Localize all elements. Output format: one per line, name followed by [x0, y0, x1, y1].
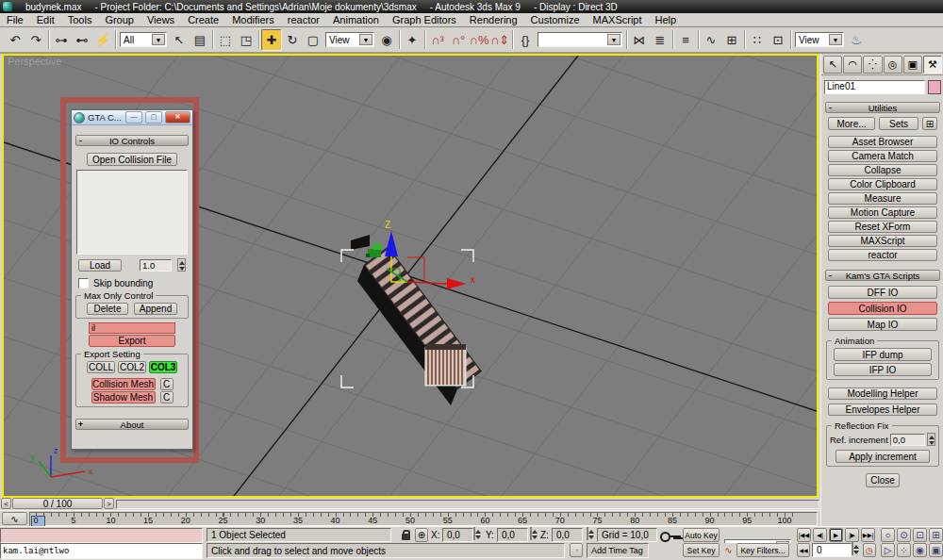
field-of-view-icon[interactable]: ▷	[881, 543, 895, 557]
minimize-button[interactable]: —	[125, 111, 142, 124]
dropdown-arrow-icon[interactable]: ▼	[607, 34, 620, 45]
pan-icon[interactable]: ⁘	[897, 543, 911, 557]
menu-animation[interactable]: Animation	[326, 14, 386, 26]
menu-rendering[interactable]: Rendering	[463, 14, 524, 26]
menu-modifiers[interactable]: Modifiers	[225, 14, 281, 26]
load-scale-field[interactable]: 1.0	[140, 259, 172, 272]
menu-views[interactable]: Views	[141, 14, 181, 26]
z-coordinate-field[interactable]: 0,0	[552, 528, 583, 542]
open-collision-file-button[interactable]: Open Collision File	[87, 153, 177, 166]
time-slider-track[interactable]	[116, 500, 819, 509]
mirror-icon[interactable]: ⋈	[629, 29, 650, 51]
menu-create[interactable]: Create	[181, 14, 225, 26]
bind-to-space-warp-icon[interactable]: ⚡	[92, 29, 113, 51]
maximize-button[interactable]: ▢	[145, 111, 162, 124]
select-and-manipulate-icon[interactable]: ✦	[402, 29, 422, 51]
select-object-icon[interactable]: ↖	[169, 29, 190, 51]
set-key-button[interactable]: Set Key	[683, 543, 720, 557]
kam-gta-scripts-rollout[interactable]: - Kam's GTA Scripts	[825, 270, 940, 281]
shadow-mesh-button[interactable]: Shadow Mesh	[91, 391, 156, 404]
select-by-name-icon[interactable]: ▤	[190, 29, 210, 51]
collision-c-button[interactable]: C	[160, 378, 174, 390]
dialog-title-bar[interactable]: GTA C... — ▢ ✕	[72, 110, 192, 125]
angle-snap-toggle-icon[interactable]: ∩°	[448, 29, 469, 51]
io-controls-rollout[interactable]: - IO Controls	[75, 135, 189, 146]
set-key-curve-icon[interactable]: ∿	[722, 543, 735, 557]
utility-reactor-button[interactable]: reactor	[828, 249, 937, 261]
edit-named-selection-sets-icon[interactable]: {}	[515, 29, 536, 51]
key-mode-toggle-button[interactable]: ◀◀	[797, 543, 810, 557]
layer-manager-icon[interactable]: ≡	[675, 29, 696, 51]
close-dialog-button[interactable]: ✕	[165, 111, 190, 124]
track-bar-ruler[interactable]: 0510152025303540455055606570758085909510…	[29, 512, 818, 526]
load-scale-spinner[interactable]	[177, 258, 186, 272]
utility-asset-browser-button[interactable]: Asset Browser	[828, 136, 937, 148]
add-time-tag[interactable]: Add Time Tag	[587, 543, 649, 558]
ref-increment-spinner[interactable]	[927, 433, 935, 446]
utilities-rollout[interactable]: - Utilities	[825, 102, 940, 113]
go-to-end-icon[interactable]: ▶▶|	[861, 528, 875, 542]
utilities-tab-icon[interactable]: ⚒	[923, 56, 942, 74]
utility-camera-match-button[interactable]: Camera Match	[828, 150, 937, 162]
zoom-icon[interactable]: ○	[881, 528, 895, 542]
panel-close-button[interactable]: Close	[866, 473, 900, 487]
object-color-swatch[interactable]	[928, 80, 941, 94]
dropdown-arrow-icon[interactable]: ▼	[152, 34, 165, 45]
utility-collapse-button[interactable]: Collapse	[828, 164, 937, 176]
rectangular-selection-region-icon[interactable]: ⬚	[215, 29, 236, 51]
map-io-button[interactable]: Map IO	[828, 318, 937, 331]
time-slider-handle[interactable]: 0 / 100	[12, 498, 103, 509]
window-crossing-icon[interactable]: ◳	[236, 29, 256, 51]
schematic-view-icon[interactable]: ⊞	[721, 29, 742, 51]
unlink-selection-icon[interactable]: ⊷	[72, 29, 92, 51]
col2-button[interactable]: COL2	[118, 361, 146, 373]
zoom-all-icon[interactable]: ⊙	[897, 528, 911, 542]
current-frame-field[interactable]: 0	[812, 543, 852, 557]
use-pivot-point-center-icon[interactable]: ◉	[376, 29, 397, 51]
previous-frame-icon[interactable]: ◀|	[813, 528, 827, 542]
more-button[interactable]: More...	[828, 117, 875, 130]
select-and-move-icon[interactable]: ✚	[261, 29, 282, 51]
shadow-c-button[interactable]: C	[160, 391, 174, 404]
utilities-config-icon[interactable]: ⊞	[922, 117, 937, 130]
utility-color-clipboard-button[interactable]: Color Clipboard	[828, 178, 937, 190]
key-filters-button[interactable]: Key Filters...	[736, 543, 789, 557]
menu-group[interactable]: Group	[98, 14, 141, 26]
quick-render-icon[interactable]: ♨	[846, 29, 867, 51]
select-and-rotate-icon[interactable]: ↻	[282, 29, 303, 51]
utility-reset-xform-button[interactable]: Reset XForm	[828, 221, 937, 233]
ifp-io-button[interactable]: IFP IO	[834, 363, 932, 376]
sets-button[interactable]: Sets	[879, 117, 918, 130]
utility-maxscript-button[interactable]: MAXScript	[828, 235, 937, 247]
dropdown-arrow-icon[interactable]: ▼	[359, 34, 372, 45]
menu-graph-editors[interactable]: Graph Editors	[386, 14, 463, 26]
skip-bounding-checkbox[interactable]	[78, 278, 89, 288]
collision-mesh-button[interactable]: Collision Mesh	[91, 378, 156, 390]
go-to-start-icon[interactable]: |◀◀	[797, 528, 811, 542]
render-setup-icon[interactable]: ⊡	[768, 29, 788, 51]
about-rollout[interactable]: + About	[75, 419, 189, 430]
collision-list-box[interactable]	[76, 170, 188, 255]
time-configuration-button[interactable]: ◷	[863, 543, 876, 557]
maxscript-mini-listener[interactable]: kam.lai@ntlwo	[0, 543, 203, 559]
envelopes-helper-button[interactable]: Envelopes Helper	[828, 404, 937, 416]
curve-editor-icon[interactable]: ∿	[701, 29, 721, 51]
delete-button[interactable]: Delete	[87, 303, 128, 315]
undo-icon[interactable]: ↶	[5, 29, 25, 51]
export-name-field[interactable]: il	[89, 322, 175, 334]
utility-motion-capture-button[interactable]: Motion Capture	[828, 206, 937, 219]
export-button[interactable]: Export	[89, 335, 175, 347]
apply-increment-button[interactable]: Apply increment	[835, 450, 930, 463]
time-slider-next-button[interactable]: >	[104, 498, 114, 509]
render-type-dropdown[interactable]: View▼	[795, 32, 844, 47]
motion-tab-icon[interactable]: ◎	[884, 56, 902, 74]
y-spinner[interactable]	[530, 527, 532, 540]
auto-key-button[interactable]: Auto Key	[683, 528, 720, 542]
absolute-mode-toggle[interactable]: ⊕	[415, 528, 428, 542]
menu-maxscript[interactable]: MAXScript	[587, 14, 649, 26]
ifp-dump-button[interactable]: IFP dump	[834, 348, 932, 361]
play-animation-icon[interactable]: ▶	[829, 528, 843, 542]
z-spinner[interactable]	[587, 527, 588, 540]
ref-increment-field[interactable]: 0,0	[890, 434, 925, 446]
zoom-extents-icon[interactable]: ⊡	[913, 528, 927, 542]
